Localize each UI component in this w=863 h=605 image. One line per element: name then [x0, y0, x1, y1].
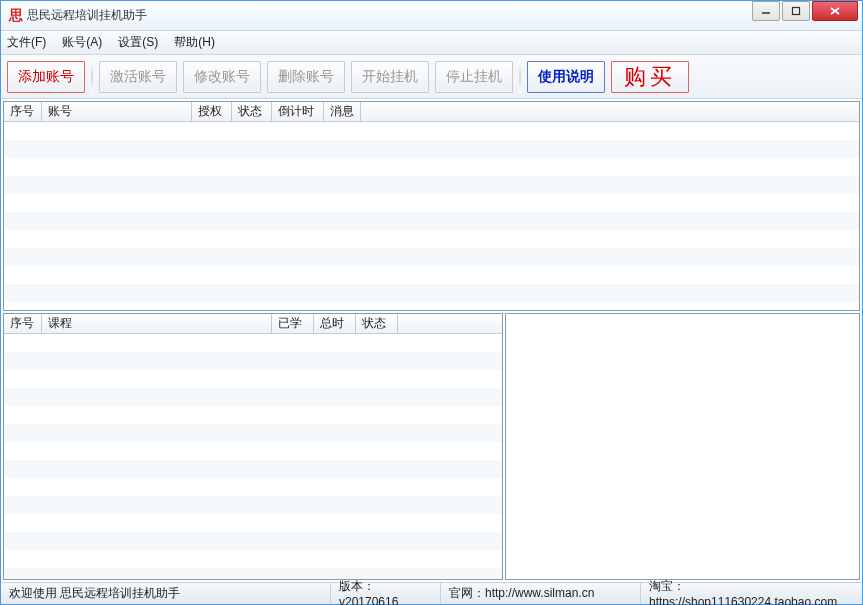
menu-account[interactable]: 账号(A) — [62, 34, 102, 51]
col-message[interactable]: 消息 — [324, 102, 361, 121]
minimize-icon — [761, 6, 771, 16]
col-tail — [361, 102, 381, 121]
col-status[interactable]: 状态 — [232, 102, 272, 121]
col-countdown[interactable]: 倒计时 — [272, 102, 324, 121]
minimize-button[interactable] — [752, 1, 780, 21]
start-hang-button[interactable]: 开始挂机 — [351, 61, 429, 93]
col-index[interactable]: 序号 — [4, 314, 42, 333]
menu-file[interactable]: 文件(F) — [7, 34, 46, 51]
maximize-icon — [791, 6, 801, 16]
menu-bar: 文件(F) 账号(A) 设置(S) 帮助(H) — [1, 31, 862, 55]
col-learned[interactable]: 已学 — [272, 314, 314, 333]
app-icon: 思 — [9, 7, 23, 25]
modify-account-button[interactable]: 修改账号 — [183, 61, 261, 93]
maximize-button[interactable] — [782, 1, 810, 21]
instructions-button[interactable]: 使用说明 — [527, 61, 605, 93]
close-button[interactable] — [812, 1, 858, 21]
status-shop: 淘宝：https://shop111630224.taobao.com — [641, 583, 862, 604]
bottom-row: 序号 课程 已学 总时 状态 — [3, 313, 860, 580]
menu-settings[interactable]: 设置(S) — [118, 34, 158, 51]
title-bar: 思 思民远程培训挂机助手 — [1, 1, 862, 31]
toolbar-separator — [519, 61, 521, 93]
window-title: 思民远程培训挂机助手 — [27, 7, 750, 24]
courses-table-body[interactable] — [4, 334, 502, 579]
status-welcome: 欢迎使用 思民远程培训挂机助手 — [1, 583, 331, 604]
content-area: 序号 账号 授权 状态 倒计时 消息 序号 课程 已学 总时 状态 — [1, 99, 862, 582]
col-account[interactable]: 账号 — [42, 102, 192, 121]
status-bar: 欢迎使用 思民远程培训挂机助手 版本：v20170616 官网：http://w… — [1, 582, 862, 604]
close-icon — [829, 6, 841, 16]
delete-account-button[interactable]: 删除账号 — [267, 61, 345, 93]
col-spacer — [398, 314, 502, 333]
courses-panel: 序号 课程 已学 总时 状态 — [3, 313, 503, 580]
svg-rect-1 — [793, 8, 800, 15]
buy-button[interactable]: 购买 — [611, 61, 689, 93]
add-account-button[interactable]: 添加账号 — [7, 61, 85, 93]
stop-hang-button[interactable]: 停止挂机 — [435, 61, 513, 93]
accounts-table-header: 序号 账号 授权 状态 倒计时 消息 — [4, 102, 859, 122]
status-site: 官网：http://www.silman.cn — [441, 583, 641, 604]
toolbar-separator — [91, 61, 93, 93]
accounts-panel: 序号 账号 授权 状态 倒计时 消息 — [3, 101, 860, 311]
courses-table-header: 序号 课程 已学 总时 状态 — [4, 314, 502, 334]
app-window: 思 思民远程培训挂机助手 文件(F) 账号(A) 设置(S) 帮助(H) 添加账… — [0, 0, 863, 605]
col-auth[interactable]: 授权 — [192, 102, 232, 121]
window-buttons — [750, 1, 858, 21]
col-total[interactable]: 总时 — [314, 314, 356, 333]
menu-help[interactable]: 帮助(H) — [174, 34, 215, 51]
accounts-table-body[interactable] — [4, 122, 859, 310]
col-course[interactable]: 课程 — [42, 314, 272, 333]
col-status[interactable]: 状态 — [356, 314, 398, 333]
activate-account-button[interactable]: 激活账号 — [99, 61, 177, 93]
status-version: 版本：v20170616 — [331, 583, 441, 604]
toolbar: 添加账号 激活账号 修改账号 删除账号 开始挂机 停止挂机 使用说明 购买 — [1, 55, 862, 99]
detail-panel[interactable] — [505, 313, 860, 580]
col-index[interactable]: 序号 — [4, 102, 42, 121]
